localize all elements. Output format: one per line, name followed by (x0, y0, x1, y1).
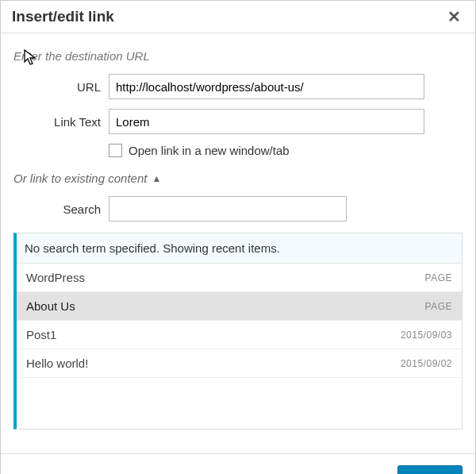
result-meta: 2015/09/03 (401, 329, 452, 341)
dialog-footer: Cancel Update (1, 453, 475, 474)
result-row[interactable]: Post12015/09/03 (17, 321, 462, 349)
search-input[interactable] (109, 196, 347, 222)
newtab-row: Open link in a new window/tab (109, 144, 463, 157)
result-row[interactable]: Hello world!2015/09/02 (17, 349, 462, 378)
existing-toggle-label: Or link to existing content (13, 171, 147, 185)
url-label: URL (13, 80, 109, 94)
results-status: No search term specified. Showing recent… (17, 233, 462, 264)
dialog-title: Insert/edit link (12, 8, 114, 25)
result-meta: PAGE (425, 301, 452, 312)
results-panel: No search term specified. Showing recent… (13, 233, 463, 430)
url-row: URL (13, 74, 463, 99)
linktext-row: Link Text (13, 109, 463, 134)
dialog-titlebar: Insert/edit link ✕ (1, 1, 475, 33)
close-icon[interactable]: ✕ (444, 7, 464, 26)
result-row[interactable]: WordPressPAGE (17, 264, 462, 292)
insert-link-dialog: Insert/edit link ✕ Enter the destination… (0, 0, 476, 474)
result-title: WordPress (26, 271, 85, 284)
result-meta: PAGE (425, 272, 452, 283)
search-label: Search (13, 202, 109, 216)
linktext-input[interactable] (109, 109, 424, 134)
update-button[interactable]: Update (397, 465, 463, 474)
url-input[interactable] (109, 74, 424, 99)
newtab-checkbox[interactable] (109, 144, 122, 157)
result-row[interactable]: About UsPAGE (17, 292, 462, 321)
newtab-label: Open link in a new window/tab (129, 144, 290, 157)
result-title: Post1 (26, 328, 56, 341)
existing-toggle[interactable]: Or link to existing content ▲ (13, 171, 463, 185)
results-list: WordPressPAGEAbout UsPAGEPost12015/09/03… (17, 264, 462, 429)
destination-instruction: Enter the destination URL (13, 49, 463, 63)
search-row: Search (13, 196, 463, 222)
chevron-up-icon: ▲ (152, 173, 161, 184)
result-title: About Us (26, 299, 75, 313)
result-title: Hello world! (26, 356, 88, 370)
result-meta: 2015/09/02 (401, 358, 452, 369)
linktext-label: Link Text (13, 115, 109, 129)
results-spacer (17, 378, 462, 429)
dialog-body: Enter the destination URL URL Link Text … (1, 33, 475, 430)
